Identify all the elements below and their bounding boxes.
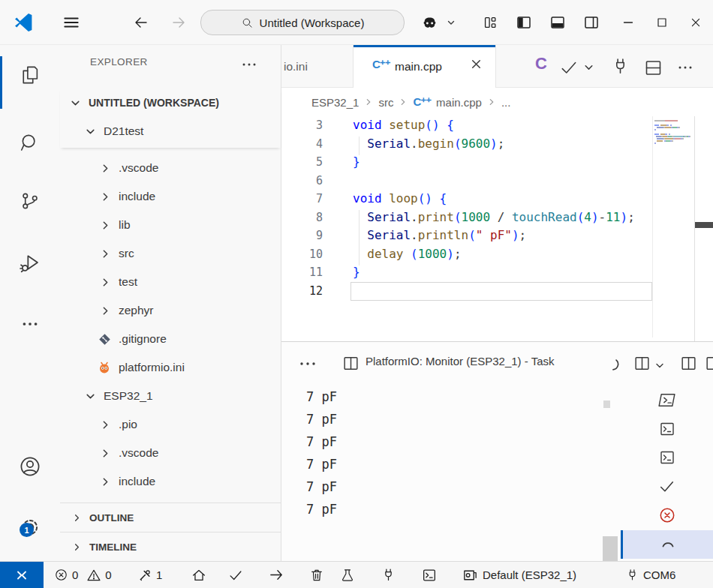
menu-icon[interactable]	[56, 0, 87, 45]
copilot-icon[interactable]	[417, 0, 441, 45]
terminal-list-item-powershell[interactable]	[621, 386, 713, 414]
serial-monitor-plug-icon[interactable]	[610, 56, 630, 76]
activity-bar: 1	[0, 45, 60, 561]
outline-section[interactable]: OUTLINE	[60, 502, 281, 532]
pio-upload-button[interactable]	[268, 562, 285, 588]
remote-indicator[interactable]	[0, 562, 44, 588]
clipped-panel-action-icon[interactable]	[704, 354, 713, 373]
serial-port-status[interactable]: COM6	[625, 562, 675, 588]
forward-arrow-icon[interactable]	[167, 0, 191, 45]
timeline-label: TIMELINE	[89, 542, 137, 553]
explorer-view-icon[interactable]	[0, 57, 60, 93]
code-editor[interactable]: 3void setup() {4 Serial.begin(9600);5}67…	[281, 116, 713, 341]
toggle-secondary-sidebar-icon[interactable]	[582, 0, 601, 45]
tree-item-include[interactable]: include	[60, 467, 281, 496]
back-arrow-icon[interactable]	[129, 0, 153, 45]
close-window-icon[interactable]	[686, 0, 705, 45]
pio-build-check-icon[interactable]	[559, 58, 579, 77]
code-line-9[interactable]: 9 Serial.println(" pF");	[281, 226, 657, 245]
tree-item-include[interactable]: include	[60, 182, 281, 211]
copilot-chevron-icon[interactable]	[443, 0, 459, 45]
chevron-right-icon	[100, 163, 111, 174]
breadcrumb-item[interactable]: ESP32_1	[311, 96, 359, 109]
toggle-panel-icon[interactable]	[548, 0, 567, 45]
tree-item--gitignore[interactable]: .gitignore	[60, 325, 281, 353]
platformio-file-icon	[98, 361, 111, 374]
more-views-icon[interactable]	[0, 306, 60, 342]
panel-more-actions-icon[interactable]	[298, 357, 319, 370]
code-line-10[interactable]: 10 delay (1000);	[281, 245, 657, 264]
c-language-action-icon[interactable]: C	[535, 54, 547, 74]
explorer-more-actions-icon[interactable]	[240, 56, 258, 74]
terminal-panel: PlatformIO: Monitor (ESP32_1) - Task 7 p…	[281, 341, 713, 561]
tree-item--pio[interactable]: .pio	[60, 410, 281, 439]
chevron-right-icon	[100, 248, 111, 260]
chevron-down-icon[interactable]	[583, 62, 594, 74]
tab-main-cpp[interactable]: C⁺⁺ main.cpp	[353, 45, 496, 88]
tree-item-src[interactable]: src	[60, 239, 281, 268]
tools-icon	[137, 568, 152, 583]
command-center-search[interactable]: Untitled (Workspace)	[200, 10, 405, 35]
tree-item-lib[interactable]: lib	[60, 211, 281, 239]
chevron-down-icon[interactable]	[654, 361, 665, 371]
split-terminal-icon[interactable]	[633, 354, 651, 373]
terminal-list-item-error[interactable]	[621, 501, 713, 530]
tree-item-platformio-ini[interactable]: platformio.ini	[60, 353, 281, 382]
pio-clean-button[interactable]	[309, 562, 324, 588]
tree-item--vscode[interactable]: .vscode	[60, 154, 281, 182]
code-line-4[interactable]: 4 Serial.begin(9600);	[281, 135, 657, 154]
tree-item--vscode[interactable]: .vscode	[60, 439, 281, 467]
terminal-scrollbar-thumb[interactable]	[603, 536, 618, 562]
tools-status[interactable]: 1	[137, 562, 162, 588]
breadcrumb-item[interactable]: src	[378, 96, 393, 109]
search-box-label: Untitled (Workspace)	[260, 16, 365, 29]
toggle-primary-sidebar-icon[interactable]	[514, 0, 534, 45]
run-debug-icon[interactable]	[0, 244, 60, 280]
editor-more-actions-icon[interactable]	[676, 61, 694, 79]
tree-item-d21test[interactable]: D21test	[60, 117, 281, 146]
tree-item-test[interactable]: test	[60, 268, 281, 296]
tree-item-esp32-1[interactable]: ESP32_1	[60, 382, 281, 410]
breadcrumb-item[interactable]: main.cpp	[436, 96, 482, 109]
maximize-icon[interactable]	[652, 0, 672, 45]
terminal-list-item-spinner[interactable]	[621, 530, 713, 559]
search-view-icon[interactable]	[0, 124, 60, 160]
minimize-icon[interactable]	[618, 0, 638, 45]
tree-item-zephyr[interactable]: zephyr	[60, 296, 281, 325]
terminal-list-item-terminal[interactable]	[621, 415, 713, 443]
tab-platformio-ini[interactable]: io.ini	[281, 45, 353, 88]
pio-home-button[interactable]	[191, 562, 207, 588]
line-number: 3	[281, 118, 323, 132]
pio-build-button[interactable]	[227, 562, 244, 588]
close-tab-icon[interactable]	[470, 58, 483, 70]
code-line-6[interactable]: 6	[281, 172, 657, 190]
terminal-list-item-check[interactable]	[621, 472, 713, 501]
code-line-11[interactable]: 11}	[281, 263, 657, 282]
error-icon	[54, 568, 68, 582]
settings-gear-icon[interactable]: 1	[0, 509, 60, 545]
pio-env-switcher[interactable]: Default (ESP32_1)	[462, 562, 576, 588]
minimap[interactable]	[654, 120, 690, 147]
code-line-7[interactable]: 7void loop() {	[281, 190, 657, 208]
split-panel-icon[interactable]	[679, 354, 698, 373]
chevron-right-icon	[72, 513, 82, 523]
code-line-3[interactable]: 3void setup() {	[281, 116, 657, 135]
problems-status[interactable]: 0 0	[54, 562, 112, 588]
breadcrumb-item[interactable]: ...	[501, 96, 511, 109]
timeline-section[interactable]: TIMELINE	[60, 532, 281, 561]
editor-tab-bar: io.ini C⁺⁺ main.cpp C	[281, 45, 713, 88]
code-line-8[interactable]: 8 Serial.print(1000 / touchRead(4)-11);	[281, 208, 657, 227]
tree-item-workspace-root[interactable]: UNTITLED (WORKSPACE)	[60, 88, 281, 117]
code-line-12[interactable]: 12	[281, 282, 657, 301]
customize-layout-icon[interactable]	[481, 0, 499, 45]
code-line-5[interactable]: 5}	[281, 153, 657, 172]
terminal-output[interactable]: 7 pF7 pF7 pF7 pF7 pF7 pF	[306, 389, 337, 524]
pio-monitor-button[interactable]	[381, 562, 396, 588]
pio-test-button[interactable]	[340, 562, 355, 588]
trash-icon	[309, 568, 324, 583]
terminal-list-item-terminal[interactable]	[621, 443, 713, 472]
account-icon[interactable]	[0, 448, 60, 484]
split-editor-icon[interactable]	[643, 58, 663, 78]
pio-terminal-button[interactable]	[421, 562, 438, 588]
source-control-icon[interactable]	[0, 183, 60, 219]
